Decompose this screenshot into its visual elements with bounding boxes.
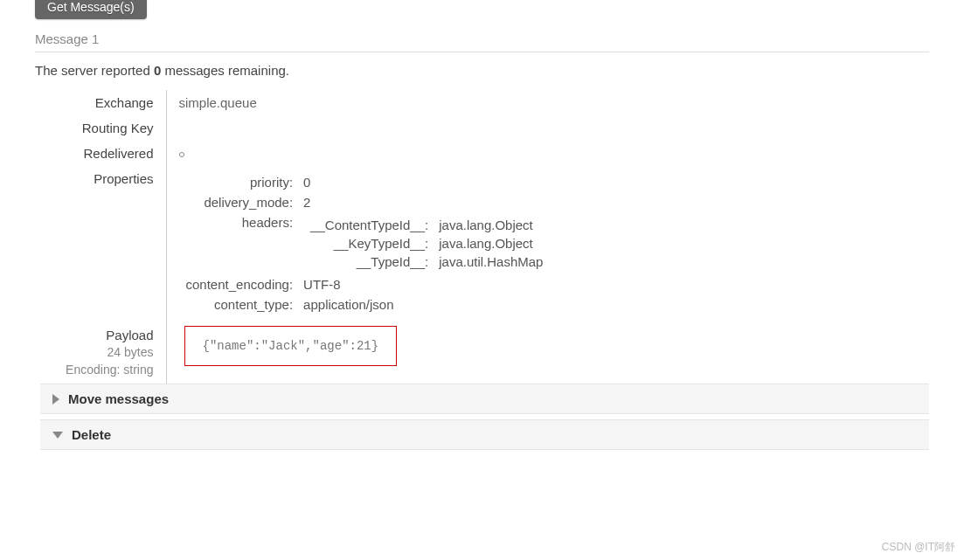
chevron-down-icon — [52, 432, 63, 439]
priority-key: priority: — [181, 173, 297, 191]
content-type-key: content_type: — [181, 295, 297, 314]
message-title: Message 1 — [35, 31, 929, 46]
payload-body: {"name":"Jack","age":21} — [184, 326, 398, 366]
payload-size: 24 bytes — [35, 344, 154, 362]
message-detail-table: Exchange simple.queue Routing Key Redeli… — [35, 90, 557, 384]
delete-label: Delete — [72, 427, 111, 442]
remaining-count: 0 — [154, 63, 161, 78]
properties-table: priority: 0 delivery_mode: 2 headers: — [179, 171, 558, 315]
move-messages-label: Move messages — [68, 391, 169, 406]
header-key: __TypeId__: — [305, 253, 432, 270]
payload-encoding: Encoding: string — [35, 362, 154, 379]
status-line: The server reported 0 messages remaining… — [35, 63, 929, 78]
header-value: java.lang.Object — [433, 235, 548, 252]
move-messages-section[interactable]: Move messages — [40, 384, 929, 414]
headers-table: __ContentTypeId__: java.lang.Object __Ke… — [303, 215, 550, 272]
priority-value: 0 — [298, 173, 555, 191]
redelivered-icon — [179, 152, 184, 157]
header-key: __KeyTypeId__: — [305, 235, 432, 252]
divider — [35, 52, 929, 52]
payload-label: Payload — [35, 326, 154, 344]
status-prefix: The server reported — [35, 63, 154, 78]
routing-key-value — [166, 115, 557, 141]
header-value: java.util.HashMap — [433, 253, 548, 270]
content-type-value: application/json — [298, 295, 555, 314]
get-messages-button[interactable]: Get Message(s) — [35, 0, 147, 19]
chevron-right-icon — [52, 394, 59, 404]
delete-section[interactable]: Delete — [40, 419, 929, 450]
delivery-mode-key: delivery_mode: — [181, 193, 297, 211]
routing-key-label: Routing Key — [35, 115, 166, 141]
content-encoding-value: UTF-8 — [298, 275, 555, 294]
header-key: __ContentTypeId__: — [305, 217, 432, 233]
headers-key: headers: — [181, 213, 297, 273]
header-value: java.lang.Object — [433, 217, 548, 233]
redelivered-label: Redelivered — [35, 141, 166, 166]
delivery-mode-value: 2 — [298, 193, 555, 211]
exchange-label: Exchange — [35, 90, 166, 115]
status-suffix: messages remaining. — [161, 63, 289, 78]
properties-label: Properties — [35, 166, 166, 321]
content-encoding-key: content_encoding: — [181, 275, 297, 294]
exchange-value: simple.queue — [166, 90, 557, 115]
